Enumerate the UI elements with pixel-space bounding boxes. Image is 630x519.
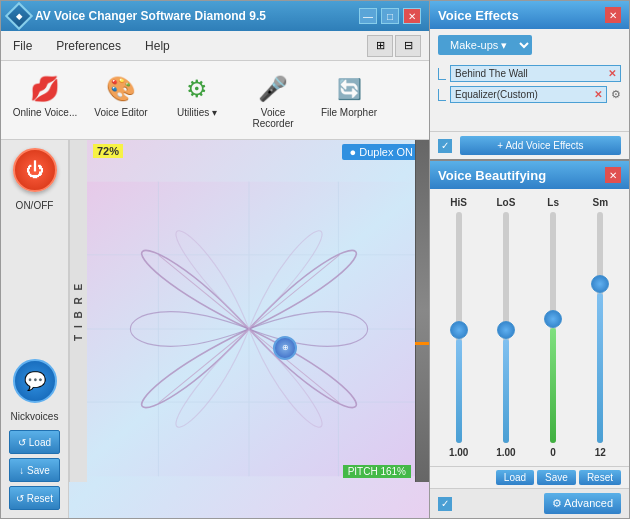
ve-effects-list: Behind The Wall ✕ Equalizer(Custom) ✕ ⚙: [430, 61, 629, 131]
vb-los-track[interactable]: [503, 212, 509, 443]
nickvoices-button[interactable]: 💬: [13, 359, 57, 403]
voice-recorder-label: Voice Recorder: [239, 107, 307, 129]
toolbar-voice-recorder[interactable]: 🎤 Voice Recorder: [237, 67, 309, 133]
onoff-label: ON/OFF: [16, 200, 54, 211]
vb-slider-col-los: LoS 1.00: [485, 197, 526, 458]
ve-effect-name-1: Behind The Wall: [455, 68, 528, 79]
minimize-button[interactable]: —: [359, 8, 377, 24]
toolbar-utilities[interactable]: ⚙ Utilities ▾: [161, 67, 233, 133]
vb-los-label: LoS: [496, 197, 515, 208]
ve-effect-gear-2[interactable]: ⚙: [611, 88, 621, 101]
pitch-bottom-badge: PITCH 161%: [343, 465, 411, 478]
vb-sm-label: Sm: [593, 197, 609, 208]
ve-footer: ✓ + Add Voice Effects: [430, 131, 629, 159]
main-area: ⏻ ON/OFF 💬 Nickvoices ↺ Load ↓ Save ↺ Re…: [1, 140, 429, 518]
vb-los-thumb[interactable]: [497, 321, 515, 339]
tibre-label: T I B R E: [69, 140, 87, 482]
voice-recorder-icon: 🎤: [255, 71, 291, 107]
vb-reset-button[interactable]: Reset: [579, 470, 621, 485]
pitch-svg: [69, 140, 429, 518]
ve-effect-remove-2[interactable]: ✕: [594, 89, 602, 100]
logo-icon: ◆: [16, 12, 22, 21]
title-bar-left: ◆ AV Voice Changer Software Diamond 9.5: [9, 6, 266, 26]
ve-enable-checkbox[interactable]: ✓: [438, 139, 452, 153]
vb-his-label: HiS: [450, 197, 467, 208]
pitch-canvas[interactable]: T I B R E 72% ● Duplex ON ⊕ PITCH 161%: [69, 140, 429, 518]
load-button[interactable]: ↺ Load: [9, 430, 60, 454]
ve-effect-item-1: Behind The Wall ✕: [438, 65, 621, 82]
pitch-bar-indicator: [415, 342, 429, 345]
voice-beautifying-close[interactable]: ✕: [605, 167, 621, 183]
vb-enable-checkbox[interactable]: ✓: [438, 497, 452, 511]
menu-icon-btn-2[interactable]: ⊟: [395, 35, 421, 57]
ve-effect-badge-1[interactable]: Behind The Wall ✕: [450, 65, 621, 82]
duplex-badge: ● Duplex ON: [342, 144, 422, 160]
voice-editor-icon: 🎨: [103, 71, 139, 107]
toolbar-voice-editor[interactable]: 🎨 Voice Editor: [85, 67, 157, 133]
menu-bar: File Preferences Help ⊞ ⊟: [1, 31, 429, 61]
ve-effect-remove-1[interactable]: ✕: [608, 68, 616, 79]
app-logo: ◆: [5, 2, 33, 30]
add-effects-button[interactable]: + Add Voice Effects: [460, 136, 621, 155]
vb-his-track[interactable]: [456, 212, 462, 443]
online-voice-icon: 💋: [27, 71, 63, 107]
window-controls: — □ ✕: [359, 8, 421, 24]
ve-effect-connector-2: [438, 89, 446, 101]
file-morpher-label: File Morpher: [321, 107, 377, 118]
toolbar-file-morpher[interactable]: 🔄 File Morpher: [313, 67, 385, 133]
vb-sm-track[interactable]: [597, 212, 603, 443]
ve-effect-badge-2[interactable]: Equalizer(Custom) ✕: [450, 86, 607, 103]
toolbar: 💋 Online Voice... 🎨 Voice Editor ⚙ Utili…: [1, 61, 429, 140]
voice-editor-label: Voice Editor: [94, 107, 147, 118]
vb-ls-label: Ls: [547, 197, 559, 208]
reset-button[interactable]: ↺ Reset: [9, 486, 60, 510]
pitch-dot[interactable]: ⊕: [273, 336, 297, 360]
vb-his-thumb[interactable]: [450, 321, 468, 339]
side-controls: ⏻ ON/OFF 💬 Nickvoices ↺ Load ↓ Save ↺ Re…: [1, 140, 69, 518]
vb-ls-thumb[interactable]: [544, 310, 562, 328]
toolbar-online-voice[interactable]: 💋 Online Voice...: [9, 67, 81, 133]
vb-slider-col-his: HiS 1.00: [438, 197, 479, 458]
pitch-percent-badge: 72%: [93, 144, 123, 158]
nickvoices-label: Nickvoices: [11, 411, 59, 422]
menu-file[interactable]: File: [9, 37, 36, 55]
vb-footer: ✓ ⚙ Advanced: [430, 488, 629, 518]
pitch-dot-arrows: ⊕: [282, 343, 289, 352]
file-morpher-icon: 🔄: [331, 71, 367, 107]
pitch-bar[interactable]: [415, 140, 429, 482]
ve-dropdown-area: Make-ups ▾: [438, 35, 621, 55]
vb-sm-value: 12: [595, 447, 606, 458]
save-button[interactable]: ↓ Save: [9, 458, 60, 482]
vb-ls-track[interactable]: [550, 212, 556, 443]
voice-effects-panel: Voice Effects ✕ Make-ups ▾ Behind The Wa…: [430, 1, 629, 161]
vb-sm-thumb[interactable]: [591, 275, 609, 293]
action-buttons: ↺ Load ↓ Save ↺ Reset: [5, 430, 64, 510]
advanced-button[interactable]: ⚙ Advanced: [544, 493, 621, 514]
vb-slider-col-sm: Sm 12: [580, 197, 621, 458]
power-button[interactable]: ⏻: [13, 148, 57, 192]
makeups-dropdown[interactable]: Make-ups ▾: [438, 35, 532, 55]
close-button[interactable]: ✕: [403, 8, 421, 24]
online-voice-label: Online Voice...: [13, 107, 77, 118]
utilities-label: Utilities ▾: [177, 107, 217, 118]
ve-effect-connector-1: [438, 68, 446, 80]
title-bar: ◆ AV Voice Changer Software Diamond 9.5 …: [1, 1, 429, 31]
voice-effects-title: Voice Effects: [438, 8, 519, 23]
vb-los-value: 1.00: [496, 447, 515, 458]
pitch-area[interactable]: T I B R E 72% ● Duplex ON ⊕ PITCH 161% F…: [69, 140, 429, 518]
voice-effects-close[interactable]: ✕: [605, 7, 621, 23]
vb-ls-value: 0: [550, 447, 556, 458]
vb-load-button[interactable]: Load: [496, 470, 534, 485]
voice-beautifying-header: Voice Beautifying ✕: [430, 161, 629, 189]
maximize-button[interactable]: □: [381, 8, 399, 24]
menu-icon-btn-1[interactable]: ⊞: [367, 35, 393, 57]
menu-help[interactable]: Help: [141, 37, 174, 55]
menu-icon-buttons: ⊞ ⊟: [367, 35, 421, 57]
vb-save-button[interactable]: Save: [537, 470, 576, 485]
menu-preferences[interactable]: Preferences: [52, 37, 125, 55]
vb-los-fill: [503, 339, 509, 443]
vb-his-value: 1.00: [449, 447, 468, 458]
vb-slider-col-ls: Ls 0: [533, 197, 574, 458]
vb-sliders: HiS 1.00 LoS 1.00 Ls: [430, 189, 629, 466]
vb-his-fill: [456, 339, 462, 443]
